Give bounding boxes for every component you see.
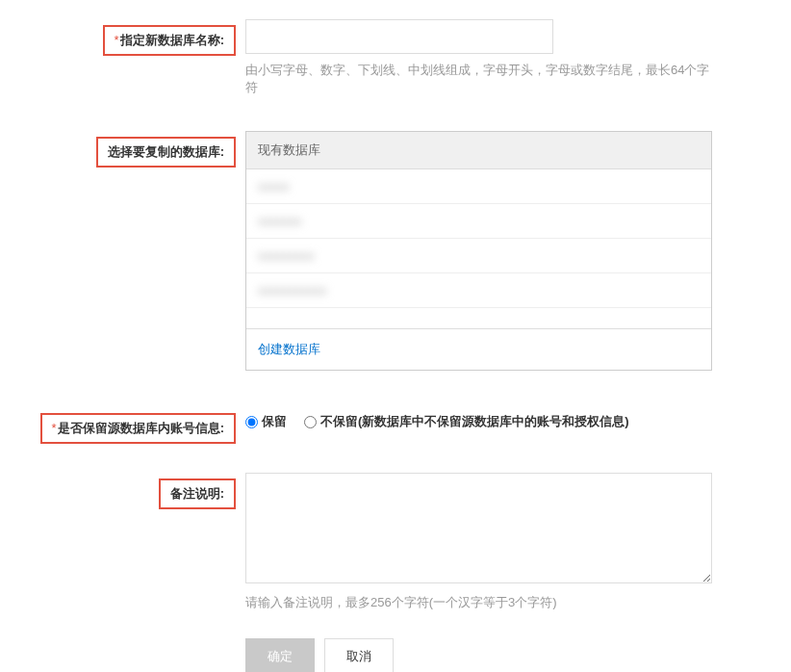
db-list-body[interactable]: xxxxx xxxxxxx xxxxxxxxx xxxxxxxxxxx: [246, 169, 711, 328]
radio-option-keep[interactable]: 保留: [245, 413, 287, 430]
radio-label-keep: 保留: [262, 413, 287, 430]
radio-not-keep[interactable]: [304, 416, 317, 428]
db-list-item[interactable]: xxxxxxx: [246, 204, 711, 239]
label-remark: 备注说明:: [159, 478, 236, 509]
radio-label-not-keep: 不保留(新数据库中不保留源数据库中的账号和授权信息): [320, 413, 629, 430]
confirm-button[interactable]: 确定: [245, 638, 315, 672]
remark-hint: 请输入备注说明，最多256个字符(一个汉字等于3个字符): [245, 594, 712, 611]
db-list-item[interactable]: xxxxx: [246, 169, 711, 204]
new-db-name-hint: 由小写字母、数字、下划线、中划线组成，字母开头，字母或数字结尾，最长64个字符: [245, 62, 712, 96]
label-source-db: 选择要复制的数据库:: [96, 137, 236, 168]
required-star: *: [52, 421, 57, 435]
label-text-keep-account: 是否保留源数据库内账号信息:: [58, 421, 224, 435]
cancel-button[interactable]: 取消: [324, 638, 394, 672]
radio-option-not-keep[interactable]: 不保留(新数据库中不保留源数据库中的账号和授权信息): [304, 413, 629, 430]
remark-textarea[interactable]: [245, 473, 712, 583]
db-list-footer: 创建数据库: [246, 328, 711, 370]
required-star: *: [115, 33, 119, 47]
db-list-header: 现有数据库: [246, 132, 711, 169]
label-text-remark: 备注说明:: [170, 486, 224, 501]
db-list-box: 现有数据库 xxxxx xxxxxxx xxxxxxxxx xxxxxxxxxx…: [245, 131, 712, 371]
create-db-link[interactable]: 创建数据库: [258, 342, 320, 356]
radio-keep[interactable]: [245, 416, 258, 428]
label-keep-account: *是否保留源数据库内账号信息:: [40, 413, 236, 444]
label-text-new-db-name: 指定新数据库名称:: [120, 33, 224, 47]
new-db-name-input[interactable]: [245, 19, 553, 54]
db-list-item[interactable]: xxxxxxxxx: [246, 239, 711, 273]
label-new-db-name: *指定新数据库名称:: [103, 25, 236, 56]
db-list-item[interactable]: xxxxxxxxxxx: [246, 273, 711, 308]
label-text-source-db: 选择要复制的数据库:: [108, 144, 224, 159]
